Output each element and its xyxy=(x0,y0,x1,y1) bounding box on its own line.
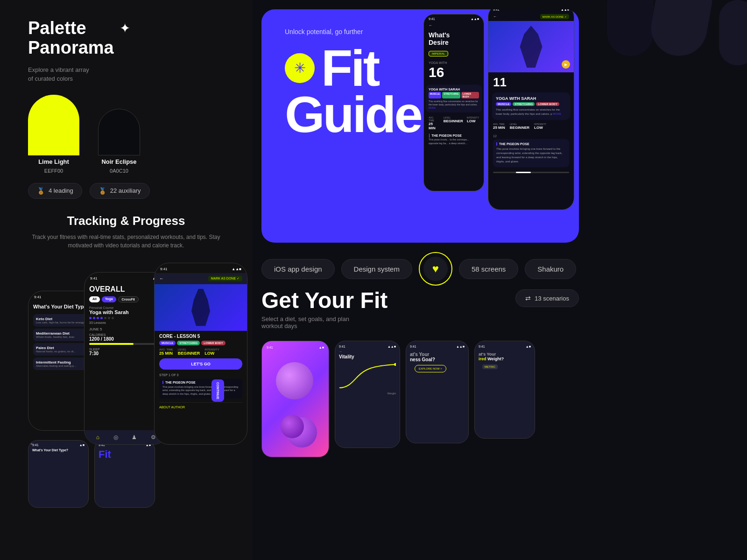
right-panel: Unlock potential, go further ✳ Fit Guide… xyxy=(252,0,747,560)
pill-shakuro[interactable]: Shakuro xyxy=(525,259,576,279)
large-yoga-tags: MUSCLE STRETCHING LOWER BODY xyxy=(496,102,566,106)
continue-button[interactable]: CONTINUE xyxy=(211,379,224,402)
vitality-weight-label: Weight xyxy=(339,392,396,395)
dot4 xyxy=(100,317,103,319)
hp-signal-lg: ▲▲■ xyxy=(561,9,569,11)
slider-thumb[interactable] xyxy=(516,172,531,173)
course-label: Personal Course xyxy=(89,306,163,309)
yt-muscle: MUSCLE xyxy=(429,92,441,98)
goal-status: 9:41 ▲▲■ xyxy=(410,345,465,348)
swatch-dark-name: Noir Eclipse xyxy=(101,158,136,165)
purple-time: 9:41 xyxy=(267,346,273,349)
time-mid: 9:41 xyxy=(90,276,98,280)
goal-signal: ▲▲■ xyxy=(456,345,465,348)
lyt-m: MUSCLE xyxy=(496,102,511,106)
tag-yoga[interactable]: Yoga xyxy=(102,296,116,302)
yt-stretch: STRETCHING xyxy=(442,92,460,98)
pill-design-system[interactable]: Design system xyxy=(341,259,412,279)
bg-blob-3 xyxy=(719,0,747,65)
desired-weight: Weight? xyxy=(487,357,504,361)
get-fit-desc: Select a diet, set goals, and plan worko… xyxy=(261,315,579,329)
large-pigeon-title: THE PIGEON POSE xyxy=(496,142,566,146)
lesson-stats: AVG. TIME 25 MIN LEVEL BEGINNER INTENSIT… xyxy=(159,348,242,356)
lesson-tags: MUSCLE STRETCHING LOWER BODY xyxy=(159,341,242,345)
vitality-chart xyxy=(339,362,396,390)
logo-text: Palette Panorama xyxy=(28,19,114,58)
dot6 xyxy=(108,317,110,319)
scenarios-button[interactable]: ⇄ 13 scenarios xyxy=(515,289,579,307)
scenarios-label: 13 scenarios xyxy=(535,295,569,302)
purple-balls xyxy=(267,353,324,452)
hp-back-sm[interactable]: ← xyxy=(429,23,432,28)
pose-title: THE PIGEON POSE xyxy=(162,381,239,384)
hero-dancer-img: ▶ xyxy=(488,21,574,72)
nav-person-icon[interactable]: ♟ xyxy=(132,434,137,441)
hp-back-lg[interactable]: ← xyxy=(493,14,497,19)
design-system-label: Design system xyxy=(354,265,400,273)
swatch-lime-name: Lime Light xyxy=(38,158,69,165)
phone-desired-weight: 9:41 ▲■ at's Your ired Weight? METRIC xyxy=(474,341,535,439)
fit-star-icon: ✳ xyxy=(285,53,315,83)
lets-go-button[interactable]: LET'S GO xyxy=(159,358,242,370)
phone-purple: 9:41 ▲■ xyxy=(261,341,329,457)
back-arrow[interactable]: ← xyxy=(159,276,164,281)
desired-time: 9:41 xyxy=(479,345,485,348)
lesson-content: CORE - LESSON 5 MUSCLE STRETCHING LOWER … xyxy=(155,331,247,412)
ys-intensity: INTENSITY LOW xyxy=(467,116,479,130)
play-icon[interactable]: ▶ xyxy=(562,60,570,69)
tag-crossfit[interactable]: CrossFit xyxy=(118,296,139,302)
pill-ios[interactable]: iOS app design xyxy=(261,259,335,279)
shuffle-icon: ⇄ xyxy=(525,294,531,302)
intensity-val: LOW xyxy=(204,351,219,356)
phone-status-lg: 9:41 ▲▲■ xyxy=(155,263,247,273)
purple-signal: ▲■ xyxy=(319,346,324,349)
nav-home-icon[interactable]: ⌂ xyxy=(96,434,99,441)
explore-now[interactable]: EXPLORE NOW > xyxy=(415,365,446,372)
heart-circle[interactable]: ♥ xyxy=(419,252,452,286)
diamond-icon: ✦ xyxy=(120,21,130,36)
heart-inner: ♥ xyxy=(423,257,448,281)
vitality-label: Vitality xyxy=(339,354,396,359)
pigeon-num-12: 12 xyxy=(493,134,569,138)
purple-inner: 9:41 ▲■ xyxy=(262,341,329,457)
dot1 xyxy=(89,317,92,319)
signal-lg: ▲▲■ xyxy=(232,267,241,271)
pose-desc: This pose involves bringing one knee for… xyxy=(162,385,239,396)
overall-tags: All Yoga CrossFit xyxy=(89,296,163,302)
fit-line: ✳ Fit xyxy=(285,45,421,91)
level-stat: LEVEL BEGINNER xyxy=(178,348,200,356)
xs-time-1: 9:41 xyxy=(32,443,39,447)
vitality-status: 9:41 ▲▲■ xyxy=(339,345,396,348)
dots-row xyxy=(89,317,163,319)
large-yoga-card: YOGA WITH SARAH MUSCLE STRETCHING LOWER … xyxy=(492,92,570,120)
xs-inner-diet: 9:41 ▲■ What's Your Diet Type? xyxy=(28,441,88,455)
mark-done[interactable]: MARK AS DONE ✓ xyxy=(208,276,242,281)
section-title: Tracking & Progress xyxy=(28,214,224,228)
tag-all[interactable]: All xyxy=(89,296,100,302)
pill-screens[interactable]: 58 screens xyxy=(459,259,518,279)
swatch-lime xyxy=(28,95,79,155)
dancer-silhouette xyxy=(189,289,212,326)
ys-time-val: 25 MIN xyxy=(429,122,440,130)
about-author[interactable]: ABOUT AUTHOR xyxy=(159,402,242,409)
pose-box: THE PIGEON POSE This pose involves bring… xyxy=(159,378,242,399)
nav-chart-icon[interactable]: ◎ xyxy=(113,434,118,441)
dot7 xyxy=(112,317,114,319)
large-stats: AVG. TIME 25 MIN LEVEL BEGINNER INTENSIT… xyxy=(488,120,574,133)
medal2-icon: 🏅 xyxy=(99,187,106,195)
hp-mark-done[interactable]: MARK AS DONE ✓ xyxy=(540,14,569,19)
tag-lower: LOWER BODY xyxy=(201,341,225,345)
time-sm: 9:41 xyxy=(34,295,42,299)
hero-title-text: ✳ Fit Guide xyxy=(285,45,421,137)
lesson-header: ← MARK AS DONE ✓ xyxy=(155,273,247,284)
logo-desc: Explore a vibrant array of curated color… xyxy=(28,65,224,84)
large-yoga-num: 11 xyxy=(493,75,507,90)
section-desc: Track your fitness with real-time stats,… xyxy=(28,233,224,250)
pigeon-mini-title: │ THE PIGEON POSE xyxy=(429,134,479,137)
ios-label: iOS app design xyxy=(274,265,322,273)
course-title: Yoga with Sarah xyxy=(89,309,163,315)
xs-signal-1: ▲■ xyxy=(79,443,85,447)
lyt-l: LOWER BODY xyxy=(536,102,559,106)
hp-header-sm: ← xyxy=(424,21,484,29)
purple-status: 9:41 ▲■ xyxy=(267,346,324,349)
